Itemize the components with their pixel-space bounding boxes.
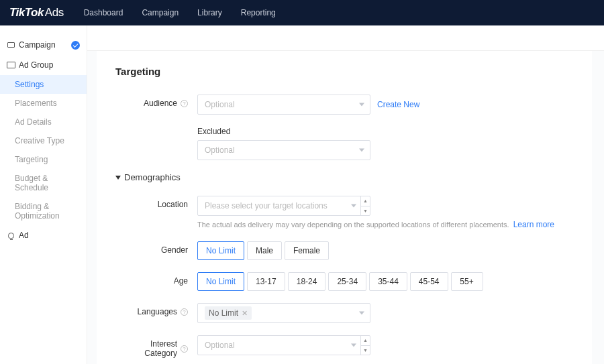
- top-nav: TikTokAds Dashboard Campaign Library Rep…: [0, 0, 604, 25]
- interest-select[interactable]: Optional ▲ ▼: [197, 335, 370, 355]
- sidebar: Campaign Ad Group Settings Placements Ad…: [0, 25, 87, 364]
- gender-no-limit[interactable]: No Limit: [197, 241, 244, 260]
- chevron-down-icon: [351, 344, 356, 347]
- sidebar-sub-settings[interactable]: Settings: [0, 75, 87, 94]
- ad-icon: [7, 231, 15, 239]
- interest-label: Interest Category ?: [115, 335, 197, 358]
- age-label: Age: [115, 272, 197, 286]
- age-18-24[interactable]: 18-24: [288, 272, 326, 291]
- sidebar-ad-label: Ad: [19, 231, 29, 240]
- excluded-placeholder: Optional: [205, 145, 235, 155]
- audience-label: Audience ?: [115, 95, 197, 108]
- location-placeholder: Please select your target locations: [205, 201, 360, 210]
- sidebar-sub-bidding-optimization[interactable]: Bidding & Optimization: [0, 197, 87, 225]
- demographics-label: Demographics: [124, 172, 181, 182]
- targeting-card: Targeting Audience ? Optional Create New: [97, 51, 592, 364]
- age-no-limit[interactable]: No Limit: [197, 272, 244, 291]
- location-spinner: ▲ ▼: [360, 196, 370, 215]
- adgroup-icon: [7, 61, 15, 69]
- location-select[interactable]: Please select your target locations ▲ ▼: [197, 196, 370, 216]
- spinner-up[interactable]: ▲: [361, 336, 370, 346]
- location-hint: The actual ads delivery may vary dependi…: [197, 220, 573, 229]
- logo: TikTokAds: [9, 6, 64, 19]
- age-segmented: No Limit 13-17 18-24 25-34 35-44 45-54 5…: [197, 272, 573, 291]
- create-new-link[interactable]: Create New: [377, 100, 419, 109]
- learn-more-link[interactable]: Learn more: [513, 220, 554, 229]
- info-icon[interactable]: ?: [181, 308, 188, 316]
- interest-spinner: ▲ ▼: [360, 336, 370, 355]
- age-55plus[interactable]: 55+: [451, 272, 483, 291]
- logo-suffix: Ads: [45, 6, 64, 19]
- interest-placeholder: Optional: [205, 341, 360, 350]
- info-icon[interactable]: ?: [181, 345, 188, 353]
- sidebar-item-campaign[interactable]: Campaign: [0, 35, 87, 55]
- check-icon: [71, 41, 80, 50]
- demographics-toggle[interactable]: Demographics: [115, 172, 573, 182]
- main-content: Targeting Audience ? Optional Create New: [87, 25, 604, 364]
- sidebar-sub-ad-details[interactable]: Ad Details: [0, 113, 87, 131]
- spinner-up[interactable]: ▲: [361, 196, 370, 206]
- languages-label: Languages ?: [115, 303, 197, 316]
- campaign-icon: [7, 41, 15, 49]
- sidebar-sub-budget-schedule[interactable]: Budget & Schedule: [0, 169, 87, 197]
- chevron-down-icon: [351, 204, 356, 208]
- sidebar-sub-placements[interactable]: Placements: [0, 94, 87, 113]
- age-13-17[interactable]: 13-17: [247, 272, 285, 291]
- age-45-54[interactable]: 45-54: [410, 272, 448, 291]
- languages-select[interactable]: No Limit ✕: [197, 303, 370, 323]
- chevron-down-icon: [359, 149, 364, 152]
- gender-label: Gender: [115, 241, 197, 255]
- chevron-down-icon: [359, 103, 364, 107]
- sidebar-sub-creative-type[interactable]: Creative Type: [0, 131, 87, 150]
- top-strip: [87, 25, 604, 51]
- logo-brand: TikTok: [9, 6, 44, 19]
- audience-select[interactable]: Optional: [197, 95, 370, 115]
- gender-female[interactable]: Female: [285, 241, 329, 260]
- spinner-down[interactable]: ▼: [361, 206, 370, 216]
- location-label: Location: [115, 196, 197, 209]
- sidebar-item-adgroup[interactable]: Ad Group: [0, 55, 87, 75]
- excluded-select[interactable]: Optional: [197, 140, 370, 160]
- spinner-down[interactable]: ▼: [361, 346, 370, 355]
- sidebar-adgroup-label: Ad Group: [19, 60, 53, 70]
- languages-tag: No Limit ✕: [205, 306, 252, 320]
- info-icon[interactable]: ?: [181, 100, 188, 107]
- nav-campaign[interactable]: Campaign: [142, 8, 179, 17]
- nav-library[interactable]: Library: [197, 8, 222, 17]
- caret-down-icon: [115, 176, 121, 180]
- audience-placeholder: Optional: [205, 100, 235, 109]
- section-title: Targeting: [115, 66, 573, 77]
- nav-dashboard[interactable]: Dashboard: [84, 8, 123, 17]
- sidebar-item-ad[interactable]: Ad: [0, 225, 87, 245]
- languages-tag-label: No Limit: [209, 308, 238, 318]
- remove-tag-icon[interactable]: ✕: [242, 309, 248, 318]
- age-35-44[interactable]: 35-44: [369, 272, 407, 291]
- sidebar-campaign-label: Campaign: [19, 40, 56, 50]
- gender-male[interactable]: Male: [247, 241, 282, 260]
- gender-segmented: No Limit Male Female: [197, 241, 573, 260]
- chevron-down-icon: [359, 312, 364, 315]
- excluded-label: Excluded: [197, 127, 573, 136]
- nav-reporting[interactable]: Reporting: [241, 8, 276, 17]
- sidebar-sub-targeting[interactable]: Targeting: [0, 150, 87, 169]
- age-25-34[interactable]: 25-34: [328, 272, 366, 291]
